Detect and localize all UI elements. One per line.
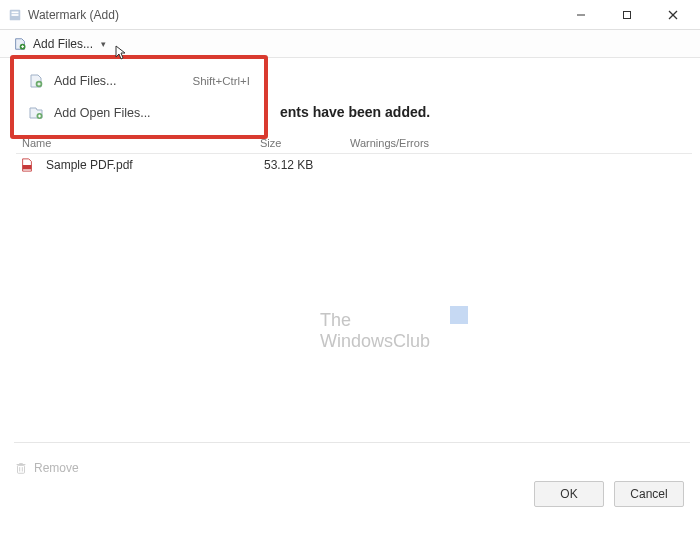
pdf-icon	[20, 158, 34, 172]
window-controls	[558, 0, 696, 30]
window-title: Watermark (Add)	[28, 8, 558, 22]
remove-button[interactable]: Remove	[14, 461, 79, 475]
toolbar: Add Files... ▾	[0, 30, 700, 58]
dropdown-item-label: Add Files...	[54, 74, 182, 88]
svg-rect-16	[23, 165, 32, 169]
svg-rect-1	[12, 11, 19, 13]
add-files-toolbar-label: Add Files...	[33, 37, 93, 51]
trash-icon	[14, 461, 28, 475]
ok-button[interactable]: OK	[534, 481, 604, 507]
add-files-toolbar-button[interactable]: Add Files... ▾	[6, 34, 113, 54]
dialog-buttons: OK Cancel	[534, 481, 684, 507]
dropdown-item-add-files[interactable]: Add Files... Shift+Ctrl+I	[14, 65, 264, 97]
separator	[14, 442, 690, 443]
app-icon	[8, 8, 22, 22]
svg-rect-4	[624, 11, 631, 18]
remove-label: Remove	[34, 461, 79, 475]
file-table-body: Sample PDF.pdf 53.12 KB	[16, 154, 692, 441]
instruction-text: ents have been added.	[280, 104, 430, 120]
file-name-cell: Sample PDF.pdf	[40, 158, 264, 172]
add-file-icon	[28, 73, 44, 89]
file-size-cell: 53.12 KB	[264, 158, 354, 172]
dropdown-item-shortcut: Shift+Ctrl+I	[192, 75, 250, 87]
dropdown-item-add-open-files[interactable]: Add Open Files...	[14, 97, 264, 129]
add-open-file-icon	[28, 105, 44, 121]
close-button[interactable]	[650, 0, 696, 30]
add-file-icon	[13, 37, 27, 51]
dropdown-item-label: Add Open Files...	[54, 106, 250, 120]
minimize-button[interactable]	[558, 0, 604, 30]
chevron-down-icon: ▾	[101, 39, 106, 49]
titlebar: Watermark (Add)	[0, 0, 700, 30]
table-row[interactable]: Sample PDF.pdf 53.12 KB	[16, 154, 692, 176]
column-header-size[interactable]: Size	[260, 137, 350, 149]
cancel-button[interactable]: Cancel	[614, 481, 684, 507]
svg-rect-17	[18, 465, 25, 473]
svg-rect-2	[12, 14, 19, 16]
maximize-button[interactable]	[604, 0, 650, 30]
add-files-dropdown: Add Files... Shift+Ctrl+I Add Open Files…	[10, 55, 268, 139]
column-header-errors[interactable]: Warnings/Errors	[350, 137, 692, 149]
